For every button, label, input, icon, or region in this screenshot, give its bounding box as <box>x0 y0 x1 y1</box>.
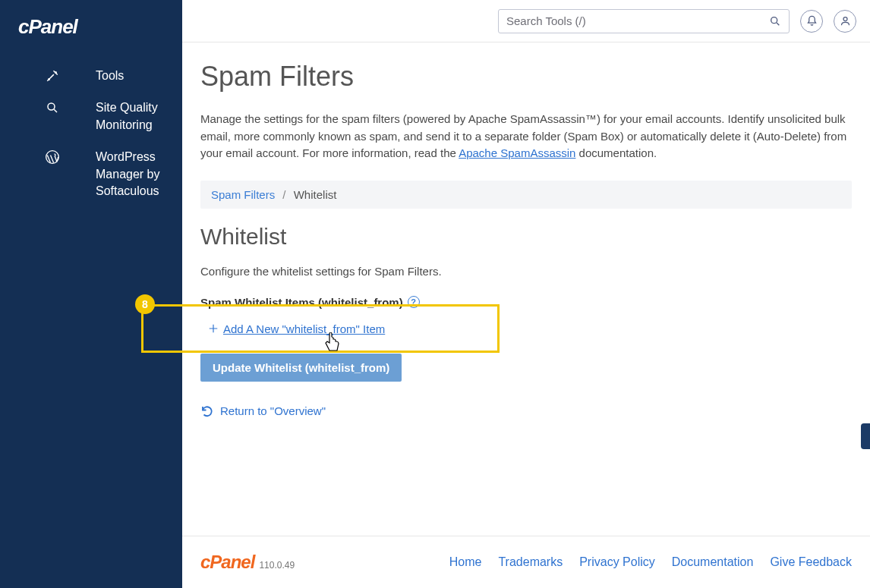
sidebar-item-label: Tools <box>96 68 164 84</box>
footer-logo: cPanel 110.0.49 <box>200 552 295 573</box>
search-tools[interactable] <box>498 9 790 33</box>
footer-links: Home Trademarks Privacy Policy Documenta… <box>449 555 852 569</box>
breadcrumb: Spam Filters / Whitelist <box>200 181 852 209</box>
tools-icon <box>18 68 87 84</box>
return-overview-link[interactable]: Return to "Overview" <box>200 404 326 418</box>
return-overview-label: Return to "Overview" <box>220 404 326 417</box>
footer-link-trademarks[interactable]: Trademarks <box>498 555 563 569</box>
topbar <box>182 0 870 42</box>
page-content: Spam Filters Manage the settings for the… <box>182 42 870 536</box>
cpanel-logo-text: cPanel <box>18 15 77 38</box>
sidebar-item-label: WordPress Manager by Softaculous <box>96 149 164 200</box>
account-button[interactable] <box>834 10 856 33</box>
plus-icon <box>208 323 219 334</box>
update-whitelist-button[interactable]: Update Whitelist (whitelist_from) <box>200 354 402 382</box>
sidebar: cPanel Tools Site Quality Monitoring Wor… <box>0 0 182 588</box>
help-icon[interactable]: ? <box>408 296 420 308</box>
search-icon <box>769 15 781 27</box>
svg-point-2 <box>48 103 55 110</box>
undo-icon <box>200 404 214 418</box>
svg-point-4 <box>771 17 777 23</box>
intro-text-post: documentation. <box>575 146 657 159</box>
footer-link-privacy[interactable]: Privacy Policy <box>579 555 655 569</box>
breadcrumb-separator: / <box>278 188 290 201</box>
search-input[interactable] <box>506 14 769 27</box>
notifications-button[interactable] <box>800 10 823 33</box>
main: Spam Filters Manage the settings for the… <box>182 0 870 588</box>
version-label: 110.0.49 <box>259 560 295 571</box>
svg-point-1 <box>55 72 57 74</box>
wordpress-icon <box>18 149 87 165</box>
bell-icon <box>806 15 818 27</box>
brand-logo: cPanel <box>0 15 182 54</box>
whitelist-desc: Configure the whitelist settings for Spa… <box>200 265 852 278</box>
sidebar-item-tools[interactable]: Tools <box>0 60 182 92</box>
magnifier-icon <box>18 99 87 116</box>
sidebar-nav: Tools Site Quality Monitoring WordPress … <box>0 54 182 213</box>
footer-link-home[interactable]: Home <box>449 555 482 569</box>
cpanel-footer-logo: cPanel <box>200 552 254 573</box>
svg-point-0 <box>49 79 50 80</box>
add-whitelist-item-link[interactable]: Add A New "whitelist_from" Item <box>208 322 385 335</box>
page-title: Spam Filters <box>200 61 852 93</box>
breadcrumb-parent[interactable]: Spam Filters <box>211 188 275 201</box>
footer-link-documentation[interactable]: Documentation <box>672 555 754 569</box>
apache-spamassassin-link[interactable]: Apache SpamAssassin <box>459 146 575 159</box>
footer-link-feedback[interactable]: Give Feedback <box>770 555 852 569</box>
sidebar-item-site-quality[interactable]: Site Quality Monitoring <box>0 92 182 141</box>
whitelist-title: Whitelist <box>200 224 852 250</box>
side-tab[interactable] <box>861 423 870 449</box>
sidebar-item-wordpress-manager[interactable]: WordPress Manager by Softaculous <box>0 141 182 207</box>
breadcrumb-current: Whitelist <box>294 188 337 201</box>
whitelist-items-label-row: Spam Whitelist Items (whitelist_from) ? <box>200 296 852 309</box>
whitelist-items-label: Spam Whitelist Items (whitelist_from) <box>200 296 403 309</box>
add-whitelist-item-label: Add A New "whitelist_from" Item <box>223 322 385 335</box>
user-icon <box>840 15 851 27</box>
footer: cPanel 110.0.49 Home Trademarks Privacy … <box>182 536 870 588</box>
sidebar-item-label: Site Quality Monitoring <box>96 99 164 134</box>
svg-point-5 <box>843 17 847 21</box>
page-intro: Manage the settings for the spam filters… <box>200 111 852 162</box>
